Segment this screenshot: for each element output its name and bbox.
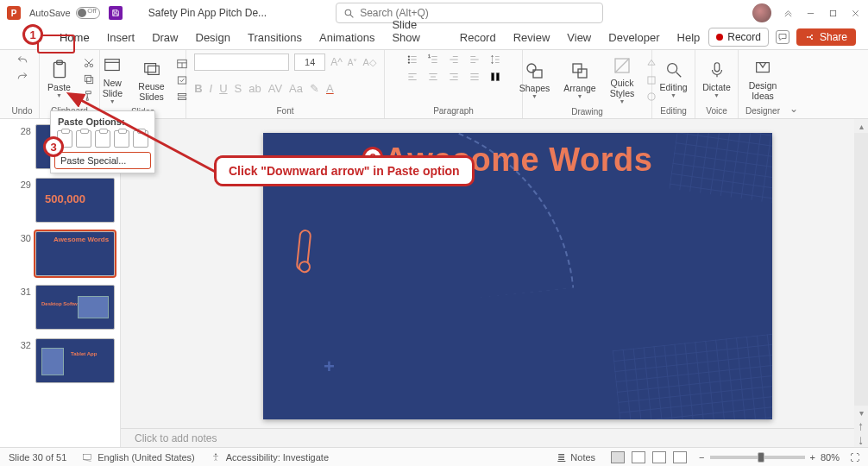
record-button[interactable]: Record — [708, 28, 769, 47]
decrease-font-icon[interactable]: A˅ — [348, 58, 358, 67]
save-button[interactable] — [109, 6, 123, 20]
underline-button[interactable]: U — [219, 82, 227, 95]
align-center-icon[interactable] — [427, 71, 439, 83]
paste-special-item[interactable]: Paste Special... — [54, 152, 151, 169]
bullets-icon[interactable] — [406, 54, 418, 66]
format-painter-button[interactable] — [82, 89, 96, 103]
paste-button[interactable]: Paste ▼ — [44, 58, 75, 100]
case-button[interactable]: Aa — [289, 82, 303, 95]
status-bar: Slide 30 of 51 English (United States) A… — [0, 447, 868, 466]
notes-pane[interactable]: Click to add notes — [121, 428, 854, 447]
fit-window-button[interactable]: ⛶ — [850, 452, 859, 463]
thumbnail-30[interactable]: 30 Awesome Words — [16, 231, 115, 276]
spacing-button[interactable]: AV — [268, 82, 282, 95]
editing-button[interactable]: Editing▼ — [656, 58, 690, 100]
font-size-input[interactable] — [294, 54, 325, 71]
shadow-button[interactable]: ab — [248, 82, 261, 95]
tab-developer[interactable]: Developer — [600, 27, 668, 49]
align-left-icon[interactable] — [406, 71, 418, 83]
indent-right-icon[interactable] — [469, 54, 481, 66]
copy-button[interactable] — [82, 72, 96, 86]
zoom-level[interactable]: 80% — [821, 452, 840, 463]
paste-opt-picture[interactable] — [95, 130, 110, 148]
strike-button[interactable]: S — [235, 82, 242, 95]
tab-draw[interactable]: Draw — [143, 27, 186, 49]
cut-button[interactable] — [82, 56, 96, 70]
language-icon — [82, 452, 92, 463]
app-icon: P — [7, 6, 21, 20]
quick-styles-button[interactable]: Quick Styles▼ — [607, 54, 638, 106]
normal-view-button[interactable] — [611, 451, 625, 463]
tab-design[interactable]: Design — [187, 27, 239, 49]
tab-review[interactable]: Review — [505, 27, 559, 49]
prev-slide-icon[interactable]: ⭡ — [854, 419, 868, 433]
share-button[interactable]: Share — [796, 28, 856, 46]
reuse-slides-button[interactable]: Reuse Slides — [135, 57, 167, 104]
ribbon-display-icon[interactable] — [782, 7, 794, 19]
tab-home[interactable]: Home — [51, 27, 98, 49]
accessibility-status[interactable]: Accessibility: Investigate — [211, 452, 329, 463]
columns-icon[interactable] — [489, 71, 501, 83]
paste-opt-keep-source[interactable] — [76, 130, 91, 148]
highlight-button[interactable]: ✎ — [310, 82, 319, 95]
tab-view[interactable]: View — [558, 27, 600, 49]
clipboard-icon — [47, 60, 72, 80]
new-slide-button[interactable]: New Slide ▼ — [97, 54, 128, 106]
thumbnail-29[interactable]: 29 500,000 — [16, 178, 115, 223]
thumbnail-31[interactable]: 31 Desktop Software — [16, 285, 115, 330]
clear-format-icon[interactable]: A◇ — [362, 57, 375, 68]
comments-button[interactable] — [776, 30, 789, 44]
scroll-up-icon[interactable]: ▴ — [854, 119, 868, 133]
zoom-in-button[interactable]: + — [810, 452, 815, 463]
toggle-switch[interactable]: Off — [76, 7, 100, 19]
increase-font-icon[interactable]: A^ — [330, 56, 343, 68]
bold-button[interactable]: B — [194, 82, 202, 95]
svg-rect-12 — [105, 60, 120, 71]
zoom-control[interactable]: − + 80% ⛶ — [699, 452, 859, 463]
thumbnail-32[interactable]: 32 Tablet App — [16, 338, 115, 383]
zoom-slider[interactable] — [710, 456, 805, 459]
search-input[interactable]: Search (Alt+Q) — [336, 3, 603, 23]
font-color-button[interactable]: A — [326, 82, 334, 95]
reading-view-button[interactable] — [652, 451, 666, 463]
arrange-button[interactable]: Arrange▼ — [560, 59, 599, 101]
language-status[interactable]: English (United States) — [82, 452, 195, 463]
dictate-button[interactable]: Dictate▼ — [699, 58, 734, 100]
tab-help[interactable]: Help — [669, 27, 709, 49]
indent-left-icon[interactable] — [448, 54, 460, 66]
autosave-toggle[interactable]: AutoSave Off — [29, 7, 100, 19]
group-drawing-label: Drawing — [571, 106, 603, 116]
undo-button[interactable] — [16, 54, 29, 67]
redo-button[interactable] — [16, 70, 29, 84]
tab-animations[interactable]: Animations — [311, 27, 383, 49]
minimize-button[interactable] — [804, 7, 816, 19]
tab-transitions[interactable]: Transitions — [239, 27, 311, 49]
align-right-icon[interactable] — [448, 71, 460, 83]
numbering-icon[interactable]: 1 — [427, 54, 439, 66]
user-avatar[interactable] — [752, 3, 771, 22]
paste-opt-embed[interactable] — [133, 130, 148, 148]
slideshow-view-button[interactable] — [673, 451, 687, 463]
sorter-view-button[interactable] — [632, 451, 645, 463]
vertical-scrollbar[interactable]: ▴ ▾ ⭡ ⭣ — [854, 119, 868, 447]
zoom-out-button[interactable]: − — [699, 452, 704, 463]
italic-button[interactable]: I — [210, 82, 213, 95]
slide-position[interactable]: Slide 30 of 51 — [9, 452, 66, 463]
shapes-button[interactable]: Shapes▼ — [516, 59, 554, 101]
scroll-down-icon[interactable]: ▾ — [854, 406, 868, 419]
notes-placeholder: Click to add notes — [135, 432, 217, 444]
notes-toggle[interactable]: ≣Notes — [557, 451, 595, 463]
collapse-ribbon-button[interactable]: ⌄ — [787, 103, 801, 118]
design-ideas-button[interactable]: Design Ideas — [745, 56, 781, 103]
tab-slideshow[interactable]: Slide Show — [383, 14, 450, 49]
justify-icon[interactable] — [469, 71, 481, 83]
next-slide-icon[interactable]: ⭣ — [854, 433, 868, 447]
line-spacing-icon[interactable] — [489, 54, 501, 66]
tab-record[interactable]: Record — [451, 27, 505, 49]
close-button[interactable] — [849, 7, 861, 19]
decorative-grid — [613, 333, 772, 419]
paste-opt-text-only[interactable] — [114, 130, 129, 148]
tab-insert[interactable]: Insert — [98, 27, 144, 49]
maximize-button[interactable] — [827, 7, 839, 19]
font-name-input[interactable] — [194, 54, 289, 71]
